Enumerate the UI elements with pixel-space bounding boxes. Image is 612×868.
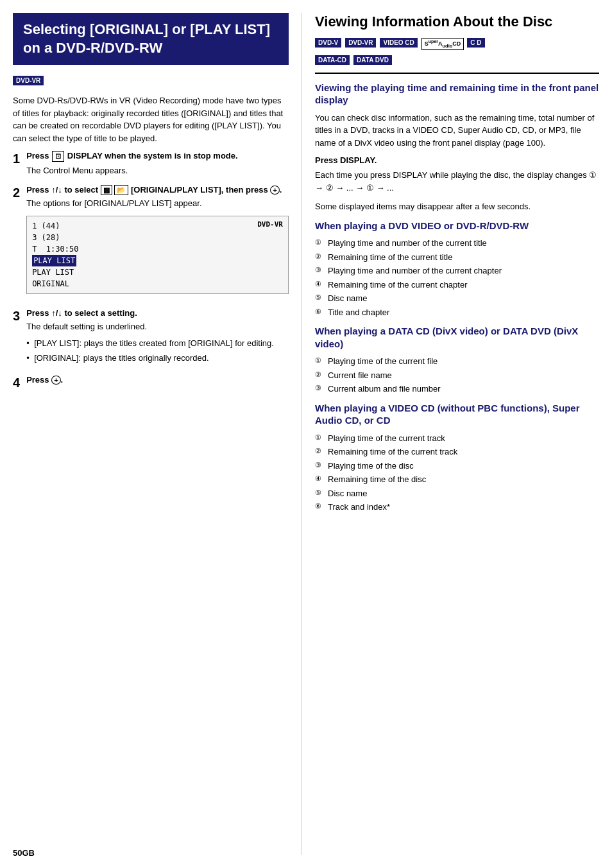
right-column: Viewing Information About the Disc DVD-V… xyxy=(302,13,599,855)
step-4-content: Press +. xyxy=(26,375,289,385)
step-3-number: 3 xyxy=(13,308,20,324)
bullet-play-list: [PLAY LIST]: plays the titles created fr… xyxy=(26,337,289,350)
page-number: 50GB xyxy=(13,848,35,858)
section4-heading: When playing a VIDEO CD (without PBC fun… xyxy=(315,402,599,427)
section4-item-2: ②Remaining time of the current track xyxy=(315,446,599,458)
badge-row: DVD-V DVD-VR VIDEO CD SuperAudioCD C D xyxy=(315,38,599,50)
section3-item-1: ①Playing time of the current file xyxy=(315,355,599,368)
menu-badge: DVD-VR xyxy=(252,220,283,290)
section2-heading: When playing a DVD VIDEO or DVD-R/DVD-RW xyxy=(315,220,599,232)
menu-line1: 1 (44) xyxy=(32,220,252,232)
step-1-content: Press ⊡ DISPLAY when the system is in st… xyxy=(26,151,289,177)
badge-data-cd: DATA-CD xyxy=(315,55,350,65)
section2-item-5: ⑤Disc name xyxy=(315,292,599,305)
menu-row-3: ORIGINAL xyxy=(32,278,252,290)
menu-row-2: PLAY LIST xyxy=(32,266,252,278)
step-3-content: Press ↑/↓ to select a setting. The defau… xyxy=(26,308,289,367)
step-2-number: 2 xyxy=(13,185,20,200)
left-column: Selecting [ORIGINAL] or [PLAY LIST] on a… xyxy=(13,13,289,855)
step-2-detail: The options for [ORIGINAL/PLAY LIST] app… xyxy=(26,197,289,210)
step-2-instruction: Press ↑/↓ to select ▩ 📂 [ORIGINAL/PLAY L… xyxy=(26,185,282,195)
step-1-instruction: Press ⊡ DISPLAY when the system is in st… xyxy=(26,151,238,161)
badge-dvd-vr: DVD-VR xyxy=(345,38,376,48)
section2-item-1: ①Playing time and number of the current … xyxy=(315,237,599,250)
step-1-detail: The Control Menu appears. xyxy=(26,164,289,177)
display-icon: ⊡ xyxy=(52,151,64,162)
right-title-box: Viewing Information About the Disc xyxy=(315,13,599,31)
right-title: Viewing Information About the Disc xyxy=(315,13,599,31)
step-3: 3 Press ↑/↓ to select a setting. The def… xyxy=(13,308,289,367)
badge-super-audio-cd: SuperAudioCD xyxy=(421,38,464,50)
press-note: Some displayed items may disappear after… xyxy=(315,200,599,213)
left-title-box: Selecting [ORIGINAL] or [PLAY LIST] on a… xyxy=(13,13,289,65)
dvd-vr-badge: DVD-VR xyxy=(13,76,44,85)
left-intro: Some DVD-Rs/DVD-RWs in VR (Video Recordi… xyxy=(13,94,289,144)
section4-list: ①Playing time of the current track ②Rema… xyxy=(315,432,599,514)
left-title: Selecting [ORIGINAL] or [PLAY LIST] on a… xyxy=(23,21,278,57)
page-footer: 50GB xyxy=(13,848,35,858)
step-3-detail: The default setting is underlined. xyxy=(26,320,289,333)
section4-item-5: ⑤Disc name xyxy=(315,487,599,500)
section2-list: ①Playing time and number of the current … xyxy=(315,237,599,318)
section2-item-2: ②Remaining time of the current title xyxy=(315,251,599,264)
step-2-content: Press ↑/↓ to select ▩ 📂 [ORIGINAL/PLAY L… xyxy=(26,185,289,301)
section2-item-3: ③Playing time and number of the current … xyxy=(315,265,599,277)
section3-item-3: ③Current album and file number xyxy=(315,383,599,395)
step-3-bullets: [PLAY LIST]: plays the titles created fr… xyxy=(26,337,289,365)
section1-heading: Viewing the playing time and remaining t… xyxy=(315,82,599,107)
menu-line3: T 1:30:50 xyxy=(32,243,252,255)
badge-cd: C D xyxy=(467,38,484,48)
step-4-number: 4 xyxy=(13,375,20,390)
section4-item-4: ④Remaining time of the disc xyxy=(315,473,599,486)
menu-box: 1 (44) 3 (28) T 1:30:50 PLAY LIST PLAY L… xyxy=(26,216,289,294)
badge-row-2: DATA-CD DATA DVD xyxy=(315,55,599,67)
press-display-label: Press DISPLAY. xyxy=(315,155,599,165)
section4-item-3: ③Playing time of the disc xyxy=(315,460,599,473)
section3-item-2: ②Current file name xyxy=(315,369,599,382)
press-body: Each time you press DISPLAY while playin… xyxy=(315,169,599,194)
step-2: 2 Press ↑/↓ to select ▩ 📂 [ORIGINAL/PLAY… xyxy=(13,185,289,301)
step-1-number: 1 xyxy=(13,151,20,166)
section1-body: You can check disc information, such as … xyxy=(315,112,599,150)
badge-video-cd: VIDEO CD xyxy=(380,38,417,48)
step-4: 4 Press +. xyxy=(13,375,289,390)
step-3-instruction: Press ↑/↓ to select a setting. xyxy=(26,308,137,318)
divider xyxy=(315,73,599,74)
menu-left: 1 (44) 3 (28) T 1:30:50 PLAY LIST PLAY L… xyxy=(32,220,252,290)
section3-list: ①Playing time of the current file ②Curre… xyxy=(315,355,599,395)
section3-heading: When playing a DATA CD (DivX video) or D… xyxy=(315,325,599,350)
left-badge-section: DVD-VR xyxy=(13,75,289,88)
menu-row-1: PLAY LIST xyxy=(32,255,252,266)
section2-item-6: ⑥Title and chapter xyxy=(315,306,599,319)
badge-dvd-v: DVD-V xyxy=(315,38,341,48)
menu-line2: 3 (28) xyxy=(32,232,252,243)
step-4-instruction: Press +. xyxy=(26,375,63,385)
badge-data-dvd: DATA DVD xyxy=(353,55,392,65)
step-1: 1 Press ⊡ DISPLAY when the system is in … xyxy=(13,151,289,177)
section4-item-1: ①Playing time of the current track xyxy=(315,432,599,445)
section2-item-4: ④Remaining time of the current chapter xyxy=(315,279,599,291)
bullet-original: [ORIGINAL]: plays the titles originally … xyxy=(26,352,289,365)
section4-item-6: ⑥Track and index* xyxy=(315,501,599,514)
